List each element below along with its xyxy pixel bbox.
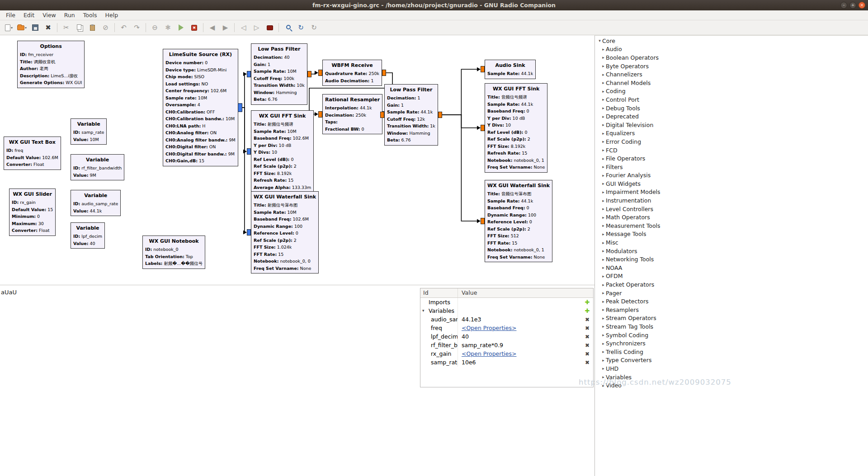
expander-right-icon[interactable]: ▸	[601, 207, 606, 211]
menu-file[interactable]: File	[2, 11, 19, 19]
tree-item-measurement-tools[interactable]: ▸Measurement Tools	[595, 222, 868, 230]
tree-item-audio[interactable]: ▸Audio	[595, 45, 868, 54]
block-slider_rx_gain[interactable]: WX GUI SliderID: rx_gainDefault Value: 1…	[9, 189, 56, 236]
tree-item-debug-tools[interactable]: ▸Debug Tools	[595, 104, 868, 113]
save-flowgraph-button[interactable]	[29, 22, 41, 33]
expander-right-icon[interactable]: ▸	[601, 165, 606, 169]
expander-right-icon[interactable]: ▸	[601, 366, 606, 371]
inspector-value-cell[interactable]: <Open Properties>	[458, 324, 581, 332]
input-port[interactable]	[247, 71, 251, 77]
input-port[interactable]	[247, 229, 251, 236]
input-port[interactable]	[380, 112, 384, 118]
expander-right-icon[interactable]: ▸	[601, 324, 606, 329]
tree-item-control-port[interactable]: ▸Control Port	[595, 95, 868, 104]
block-var_lpf_decim[interactable]: VariableID: lpf_decimValue: 40	[71, 222, 105, 249]
tree-item-message-tools[interactable]: ▸Message Tools	[595, 230, 868, 239]
maximize-button[interactable]: +	[849, 2, 856, 9]
expander-right-icon[interactable]: ▸	[601, 249, 606, 253]
input-port[interactable]	[481, 218, 485, 224]
expander-right-icon[interactable]: ▸	[601, 274, 606, 278]
tree-item-pager[interactable]: ▸Pager	[595, 289, 868, 297]
expander-right-icon[interactable]: ▸	[601, 341, 606, 346]
close-button[interactable]: ×	[859, 2, 865, 9]
tree-item-equalizers[interactable]: ▸Equalizers	[595, 129, 868, 138]
remove-icon[interactable]: ✖	[585, 359, 590, 366]
errors-button[interactable]: ✱	[162, 22, 174, 33]
block-audio_sink[interactable]: Audio SinkSample Rate: 44.1k	[485, 60, 536, 79]
expander-right-icon[interactable]: ▸	[601, 257, 606, 262]
find-block-button[interactable]	[282, 22, 294, 33]
block-resampler[interactable]: Rational ResamplerInterpolation: 44.1kDe…	[322, 94, 382, 134]
disable-blocks-button[interactable]: ◁	[237, 22, 250, 33]
forward-button[interactable]: ▶	[219, 22, 231, 33]
tree-item-peak-detectors[interactable]: ▸Peak Detectors	[595, 297, 868, 306]
screenshot-button[interactable]	[264, 22, 276, 33]
tree-item-digital-television[interactable]: ▸Digital Television	[595, 121, 868, 129]
expander-right-icon[interactable]: ▸	[601, 232, 606, 236]
expander-right-icon[interactable]: ▸	[601, 156, 606, 161]
close-flowgraph-button[interactable]: ✖	[42, 22, 54, 33]
tree-item-networking-tools[interactable]: ▸Networking Tools	[595, 255, 868, 264]
enable-blocks-button[interactable]: ▷	[250, 22, 263, 33]
block-var_rf_filter_bandwidth[interactable]: VariableID: rf_filter_bandwidthValue: 9M	[71, 154, 124, 180]
add-icon[interactable]: ✚	[585, 307, 590, 314]
tree-item-deprecated[interactable]: ▸Deprecated	[595, 112, 868, 121]
inspector-row-imports[interactable]: Imports✚	[420, 298, 593, 306]
block-lpf1[interactable]: Low Pass FilterDecimation: 40Gain: 1Samp…	[251, 43, 307, 105]
tree-item-misc[interactable]: ▸Misc	[595, 238, 868, 247]
tree-item-math-operators[interactable]: ▸Math Operators	[595, 213, 868, 222]
tree-item-core[interactable]: ▾Core	[595, 37, 868, 45]
input-port[interactable]	[318, 111, 322, 118]
expander-right-icon[interactable]: ▸	[601, 106, 606, 110]
new-flowgraph-button[interactable]: ▾	[3, 22, 15, 33]
tree-item-error-coding[interactable]: ▸Error Coding	[595, 137, 868, 146]
tree-item-fcd[interactable]: ▸FCD	[595, 146, 868, 155]
open-flowgraph-button[interactable]: ▾	[16, 22, 28, 33]
tree-item-stream-tag-tools[interactable]: ▸Stream Tag Tools	[595, 322, 868, 331]
expander-right-icon[interactable]: ▸	[601, 55, 606, 60]
expander-right-icon[interactable]: ▸	[601, 265, 606, 270]
generate-button[interactable]: ⊖	[149, 22, 161, 33]
input-port[interactable]	[318, 70, 322, 76]
parser-errors-button[interactable]: ↻	[308, 22, 320, 33]
expander-right-icon[interactable]: ▸	[601, 283, 606, 287]
expander-right-icon[interactable]: ▸	[601, 72, 606, 77]
expander-right-icon[interactable]: ▸	[601, 97, 606, 102]
block-waterfall1[interactable]: WX GUI Waterfall SinkTitle: 射频信号瀑布图Sampl…	[251, 191, 319, 273]
expander-right-icon[interactable]: ▸	[601, 181, 606, 186]
expander-right-icon[interactable]: ▸	[601, 89, 606, 94]
expander-right-icon[interactable]: ▸	[601, 349, 606, 354]
tree-item-filters[interactable]: ▸Filters	[595, 163, 868, 171]
block-wbfm[interactable]: WBFM ReceiveQuadrature Rate: 250kAudio D…	[322, 60, 382, 86]
inspector-row-samp-rate[interactable]: samp_rate10e6✖	[420, 358, 593, 367]
menu-help[interactable]: Help	[101, 11, 123, 19]
tree-item-boolean-operators[interactable]: ▸Boolean Operators	[595, 53, 868, 62]
open-properties-link[interactable]: <Open Properties>	[462, 350, 516, 357]
input-port[interactable]	[247, 148, 251, 155]
menu-edit[interactable]: Edit	[19, 11, 38, 19]
expander-right-icon[interactable]: ▸	[601, 114, 606, 119]
tree-item-symbol-coding[interactable]: ▸Symbol Coding	[595, 331, 868, 339]
minimize-button[interactable]: –	[840, 2, 847, 9]
tree-item-modulators[interactable]: ▸Modulators	[595, 247, 868, 255]
expander-right-icon[interactable]: ▸	[601, 64, 606, 68]
expander-right-icon[interactable]: ▸	[601, 80, 606, 85]
expander-right-icon[interactable]: ▸	[601, 240, 606, 245]
tree-item-channel-models[interactable]: ▸Channel Models	[595, 79, 868, 87]
expander-right-icon[interactable]: ▸	[601, 223, 606, 228]
cut-button[interactable]: ✂	[60, 22, 72, 33]
reload-blocks-button[interactable]: ↻	[295, 22, 307, 33]
block-waterfall2[interactable]: WX GUI Waterfall SinkTitle: 音频信号瀑布图Sampl…	[485, 180, 552, 262]
expander-right-icon[interactable]: ▸	[601, 375, 606, 379]
tree-item-uhd[interactable]: ▸UHD	[595, 364, 868, 373]
inspector-row-lpf-decim[interactable]: lpf_decim40✖	[420, 332, 593, 341]
block-var_samp_rate[interactable]: VariableID: samp_rateValue: 10M	[71, 118, 107, 145]
expander-right-icon[interactable]: ▸	[601, 123, 606, 127]
tree-item-fourier-analysis[interactable]: ▸Fourier Analysis	[595, 171, 868, 180]
expander-right-icon[interactable]: ▸	[601, 148, 606, 152]
tree-item-channelizers[interactable]: ▸Channelizers	[595, 70, 868, 79]
tree-item-instrumentation[interactable]: ▸Instrumentation	[595, 196, 868, 205]
remove-icon[interactable]: ✖	[585, 325, 590, 331]
kill-button[interactable]: ✖	[188, 22, 200, 33]
back-button[interactable]: ◀	[206, 22, 218, 33]
